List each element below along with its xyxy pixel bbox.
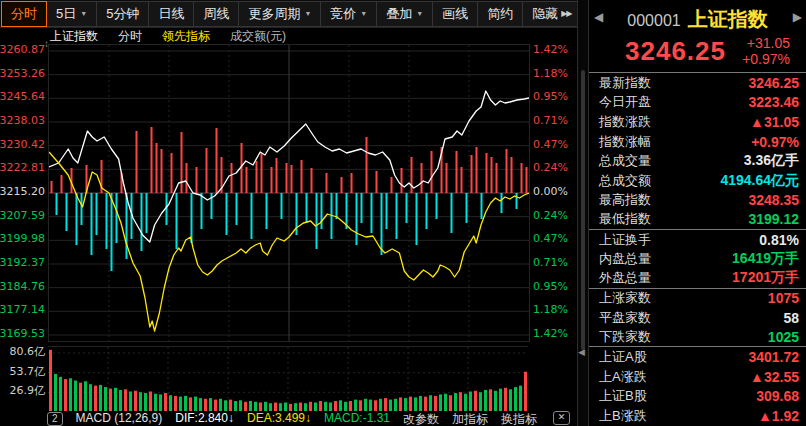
stat-row-上证B股: 上证B股309.68	[589, 387, 806, 407]
quote-price-row: 3246.25 +31.05 +0.97%	[589, 34, 806, 72]
stat-row-外盘总量: 外盘总量17201万手	[589, 269, 806, 289]
axis-tick-label: 3260.87	[0, 43, 45, 57]
chart-toolbar: 分时5日▼5分钟日线周线更多周期▼ 竞价▼叠加▼画线简约隐藏▶▶	[0, 0, 577, 28]
stat-row-最低指数: 最低指数3199.12	[589, 210, 806, 230]
axis-tick-label: 0.71%	[533, 114, 568, 128]
volume-chart[interactable]	[48, 346, 528, 413]
stat-value: ▲31.05	[750, 114, 799, 130]
axis-tick-label: 53.7亿	[10, 365, 46, 379]
stat-value: ▲1.92	[758, 408, 799, 424]
quote-stats-table: 最新指数3246.25今日开盘3223.46指数涨跌▲31.05指数涨幅+0.9…	[589, 72, 806, 426]
stat-label: 外盘总量	[599, 269, 651, 287]
stat-label: 上证B股	[599, 387, 647, 405]
panel-divider[interactable]: ◀	[577, 0, 589, 426]
macd-dif-value: DIF:2.840↓	[175, 411, 234, 425]
axis-tick-label: 26.9亿	[10, 384, 46, 398]
axis-tick-label: 80.6亿	[10, 345, 46, 359]
axis-tick-label: 0.47%	[533, 232, 568, 246]
last-price: 3246.25	[625, 36, 726, 67]
prev-stock-icon[interactable]: ◀	[594, 10, 603, 24]
indicator-action-换指标[interactable]: 换指标	[501, 411, 537, 426]
stat-row-今日开盘: 今日开盘3223.46	[589, 93, 806, 113]
stat-value: 4194.64亿元	[720, 172, 799, 190]
axis-tick-label: 3184.76	[0, 280, 45, 294]
period-tab-5日[interactable]: 5日▼	[46, 1, 97, 27]
stat-row-上涨家数: 上涨家数1075	[589, 289, 806, 309]
period-tab-5分钟[interactable]: 5分钟	[96, 1, 149, 27]
indicator-param-badge[interactable]: 2	[47, 412, 63, 426]
stock-title: 000001上证指数	[589, 0, 806, 33]
period-tab-分时[interactable]: 分时	[1, 1, 47, 27]
axis-tick-label: 3177.14	[0, 303, 45, 317]
tool-button-画线[interactable]: 画线	[432, 1, 478, 27]
axis-tick-label: 0.95%	[533, 90, 568, 104]
stat-label: 最低指数	[599, 210, 651, 228]
divider-scrollbar-thumb[interactable]	[581, 70, 585, 350]
tool-button-叠加[interactable]: 叠加▼	[376, 1, 433, 27]
axis-tick-label: 1.42%	[533, 43, 568, 57]
legend-symbol: 上证指数	[50, 28, 98, 45]
chevron-down-icon: ▼	[80, 10, 87, 17]
stat-value: 3246.25	[748, 75, 799, 91]
indicator-bar: 2 MACD (12,26,9) DIF:2.840↓ DEA:3.499↓ M…	[44, 411, 577, 426]
axis-tick-label: 0.24%	[533, 161, 568, 175]
stock-code: 000001	[627, 12, 680, 29]
stat-label: 指数涨幅	[599, 133, 651, 151]
stat-value: 58	[783, 310, 799, 326]
price-chart-svg	[49, 45, 529, 341]
tool-button-隐藏[interactable]: 隐藏▶▶	[522, 1, 581, 27]
stat-label: 上涨家数	[599, 289, 651, 307]
stat-value: 3223.46	[748, 94, 799, 110]
period-tab-日线[interactable]: 日线	[148, 1, 194, 27]
chevron-down-icon: ▼	[304, 10, 311, 17]
axis-tick-label: 1.18%	[533, 303, 568, 317]
axis-tick-label: 3207.59	[0, 209, 45, 223]
indicator-action-改参数[interactable]: 改参数	[403, 411, 439, 426]
intraday-price-chart[interactable]	[48, 44, 530, 342]
chevron-down-icon: ▼	[416, 10, 423, 17]
stat-row-内盘总量: 内盘总量16419万手	[589, 249, 806, 269]
axis-tick-label: 3238.03	[0, 114, 45, 128]
stat-label: 上证换手	[599, 231, 651, 249]
axis-tick-label: 3169.53	[0, 327, 45, 341]
legend-period: 分时	[118, 28, 142, 45]
axis-tick-label: 3253.26	[0, 67, 45, 81]
stat-row-最高指数: 最高指数3248.35	[589, 191, 806, 211]
legend-leading-indicator[interactable]: 领先指标	[162, 28, 210, 45]
next-stock-icon[interactable]: ▶	[793, 10, 802, 24]
stat-label: 上证A股	[599, 348, 647, 366]
quote-nav: ◀ 000001上证指数 ▶	[589, 0, 806, 34]
axis-tick-label: 3215.20	[0, 185, 45, 199]
axis-tick-label: 3245.64	[0, 90, 45, 104]
stat-value: 17201万手	[732, 269, 799, 287]
collapse-panel-arrow-icon[interactable]: ◀	[578, 347, 585, 357]
axis-tick-label: 3199.98	[0, 232, 45, 246]
stat-row-总成交量: 总成交量3.36亿手	[589, 151, 806, 171]
stat-label: 内盘总量	[599, 250, 651, 268]
axis-tick-label: 0.00%	[533, 185, 568, 199]
tool-button-竞价[interactable]: 竞价▼	[320, 1, 377, 27]
stat-label: 最新指数	[599, 74, 651, 92]
double-arrow-icon: ▶▶	[561, 9, 571, 18]
tool-button-简约[interactable]: 简约	[477, 1, 523, 27]
close-indicator-icon[interactable]: ✕	[553, 411, 570, 425]
stat-label: 下跌家数	[599, 328, 651, 346]
legend-volume-label: 成交额(元)	[230, 28, 286, 45]
period-tab-更多周期[interactable]: 更多周期▼	[238, 1, 321, 27]
stat-value: +0.97%	[751, 134, 799, 150]
stat-value: 3.36亿手	[744, 152, 799, 170]
axis-tick-label: 0.24%	[533, 209, 568, 223]
stat-label: 总成交量	[599, 152, 651, 170]
axis-tick-label: 0.71%	[533, 256, 568, 270]
stock-name: 上证指数	[688, 8, 768, 30]
period-tab-周线[interactable]: 周线	[193, 1, 239, 27]
stat-label: 指数涨跌	[599, 113, 651, 131]
indicator-action-加指标[interactable]: 加指标	[452, 411, 488, 426]
quote-panel: ◀ 000001上证指数 ▶ 3246.25 +31.05 +0.97% 最新指…	[589, 0, 806, 426]
stat-value: 3199.12	[748, 211, 799, 227]
macd-value: MACD:-1.31	[324, 411, 390, 425]
stat-row-上证A股: 上证A股3401.72	[589, 347, 806, 367]
stat-row-平盘家数: 平盘家数58	[589, 308, 806, 328]
stat-row-下跌家数: 下跌家数1025	[589, 328, 806, 348]
stat-value: 3401.72	[748, 349, 799, 365]
